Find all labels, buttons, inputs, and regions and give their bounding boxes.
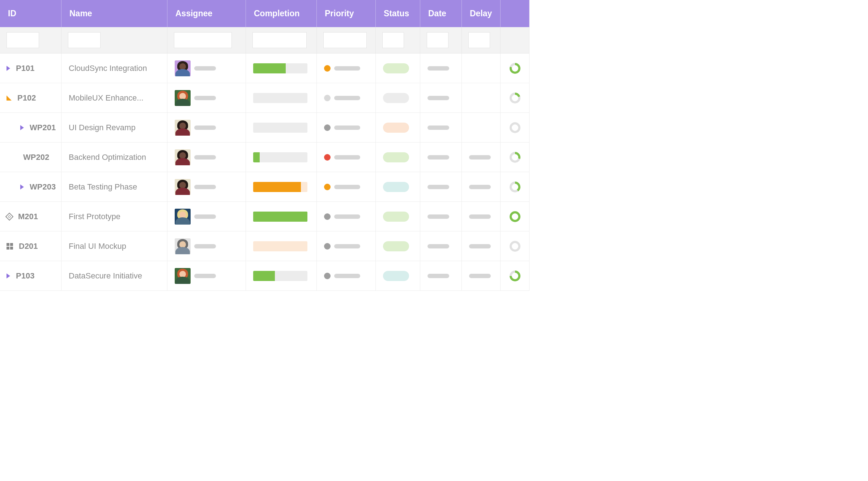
row-date[interactable]: [420, 172, 462, 202]
row-date[interactable]: [420, 113, 462, 142]
row-assignee[interactable]: [167, 202, 246, 231]
row-status[interactable]: [376, 231, 420, 261]
row-date[interactable]: [420, 142, 462, 172]
row-id[interactable]: WP201: [0, 113, 61, 142]
row-assignee[interactable]: [167, 142, 246, 172]
row-name[interactable]: First Prototype: [61, 202, 167, 231]
row-date[interactable]: [420, 261, 462, 291]
filter-cell-assignee: [167, 27, 246, 54]
assignee-name-placeholder: [194, 214, 216, 219]
row-status[interactable]: [376, 54, 420, 83]
row-name[interactable]: Backend Optimization: [61, 142, 167, 172]
row-delay: [462, 113, 501, 142]
filter-input-delay[interactable]: [468, 32, 490, 48]
row-date[interactable]: [420, 83, 462, 113]
filter-input-id[interactable]: [7, 32, 39, 48]
row-priority[interactable]: [317, 231, 376, 261]
row-assignee[interactable]: [167, 261, 246, 291]
row-priority[interactable]: [317, 202, 376, 231]
expand-chevron-icon[interactable]: [7, 273, 10, 278]
column-header-completion[interactable]: Completion: [246, 0, 317, 27]
row-date[interactable]: [420, 54, 462, 83]
row-status[interactable]: [376, 113, 420, 142]
column-header-assignee[interactable]: Assignee: [167, 0, 246, 27]
row-completion: [246, 54, 317, 83]
filter-cell-id: [0, 27, 61, 54]
row-date[interactable]: [420, 202, 462, 231]
column-header-status[interactable]: Status: [376, 0, 420, 27]
status-badge: [383, 93, 409, 103]
row-id[interactable]: D201: [0, 231, 61, 261]
row-id[interactable]: P103: [0, 261, 61, 291]
column-header-delay[interactable]: Delay: [462, 0, 501, 27]
filter-input-completion[interactable]: [252, 32, 307, 48]
row-progress-ring: [501, 172, 529, 202]
row-name[interactable]: Beta Testing Phase: [61, 172, 167, 202]
row-delay: [462, 261, 501, 291]
assignee-name-placeholder: [194, 96, 216, 100]
filter-input-name[interactable]: [68, 32, 101, 48]
filter-input-priority[interactable]: [323, 32, 367, 48]
assignee-name-placeholder: [194, 155, 216, 159]
row-name[interactable]: DataSecure Initiative: [61, 261, 167, 291]
row-date[interactable]: [420, 231, 462, 261]
column-header-id[interactable]: ID: [0, 0, 61, 27]
row-priority[interactable]: [317, 172, 376, 202]
priority-dot-icon: [324, 184, 331, 190]
row-id[interactable]: P101: [0, 54, 61, 83]
row-status[interactable]: [376, 142, 420, 172]
row-id[interactable]: M201: [0, 202, 61, 231]
row-status[interactable]: [376, 172, 420, 202]
row-assignee[interactable]: [167, 113, 246, 142]
progress-bar: [253, 93, 307, 103]
expand-chevron-icon[interactable]: [20, 184, 24, 190]
row-completion: [246, 83, 317, 113]
expand-chevron-icon[interactable]: [7, 66, 10, 71]
progress-ring-icon: [510, 182, 520, 192]
row-id-text: WP203: [30, 182, 56, 192]
date-placeholder: [427, 125, 449, 130]
avatar: [175, 60, 191, 76]
priority-label-placeholder: [334, 214, 360, 219]
avatar: [175, 90, 191, 106]
row-delay: [462, 231, 501, 261]
row-id[interactable]: P102: [0, 83, 61, 113]
expand-chevron-icon[interactable]: [20, 125, 24, 130]
column-header-date[interactable]: Date: [420, 0, 462, 27]
delay-placeholder: [469, 185, 491, 189]
priority-label-placeholder: [334, 155, 360, 159]
progress-ring-icon: [510, 93, 520, 103]
row-name[interactable]: Final UI Mockup: [61, 231, 167, 261]
column-header-ring[interactable]: [501, 0, 529, 27]
row-id[interactable]: WP202: [0, 142, 61, 172]
row-status[interactable]: [376, 261, 420, 291]
row-status[interactable]: [376, 202, 420, 231]
expand-triangle-icon[interactable]: [7, 95, 12, 101]
row-priority[interactable]: [317, 142, 376, 172]
filter-input-status[interactable]: [382, 32, 404, 48]
row-name-text: UI Design Revamp: [69, 123, 136, 132]
filter-input-date[interactable]: [427, 32, 448, 48]
row-assignee[interactable]: [167, 172, 246, 202]
row-id[interactable]: WP203: [0, 172, 61, 202]
progress-ring-icon: [510, 241, 520, 252]
priority-dot-icon: [324, 273, 331, 279]
row-delay: [462, 54, 501, 83]
row-priority[interactable]: [317, 54, 376, 83]
row-status[interactable]: [376, 83, 420, 113]
row-name[interactable]: CloudSync Integration: [61, 54, 167, 83]
row-delay: [462, 142, 501, 172]
row-priority[interactable]: [317, 83, 376, 113]
row-name[interactable]: UI Design Revamp: [61, 113, 167, 142]
row-assignee[interactable]: [167, 83, 246, 113]
row-assignee[interactable]: [167, 231, 246, 261]
row-priority[interactable]: [317, 113, 376, 142]
progress-bar: [253, 63, 307, 73]
column-header-priority[interactable]: Priority: [317, 0, 376, 27]
date-placeholder: [427, 66, 449, 71]
row-name[interactable]: MobileUX Enhance...: [61, 83, 167, 113]
row-assignee[interactable]: [167, 54, 246, 83]
row-priority[interactable]: [317, 261, 376, 291]
filter-input-assignee[interactable]: [174, 32, 232, 48]
column-header-name[interactable]: Name: [61, 0, 167, 27]
